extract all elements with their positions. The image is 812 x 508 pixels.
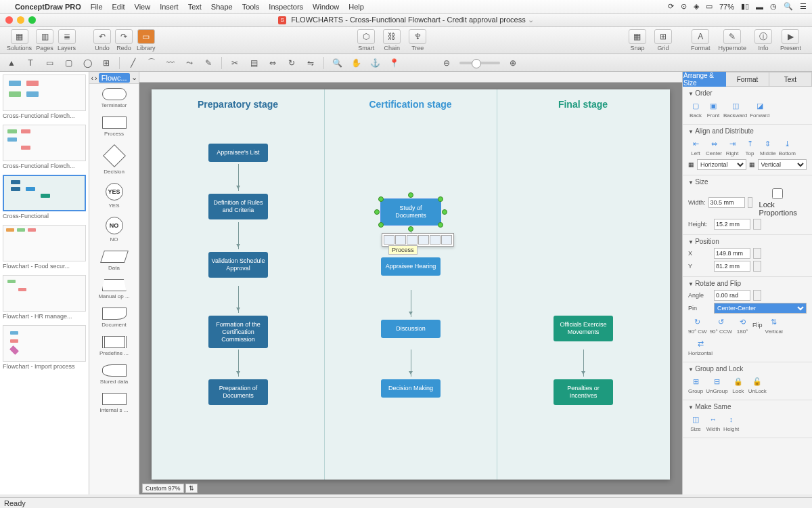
zoom-in-icon[interactable]: 🔍 bbox=[331, 57, 343, 69]
section-header[interactable]: Align and Distribute bbox=[688, 127, 807, 135]
redo-button[interactable]: ↷ bbox=[115, 29, 133, 44]
library-header[interactable]: ‹›Flowc...⌄ bbox=[89, 72, 139, 84]
y-stepper[interactable] bbox=[753, 261, 761, 272]
snap-button[interactable]: ▦ bbox=[629, 29, 646, 44]
chain-button[interactable]: ⛓ bbox=[383, 29, 401, 44]
library-shape[interactable]: Data bbox=[89, 247, 139, 275]
lock-proportions-checkbox[interactable] bbox=[759, 188, 796, 199]
rotate-180-button[interactable]: ⟲180° bbox=[735, 316, 750, 335]
makesame-size-button[interactable]: ◫Size bbox=[688, 413, 703, 432]
select-tool[interactable]: ▲ bbox=[5, 57, 18, 69]
line-tool[interactable]: ╱ bbox=[127, 57, 139, 69]
resize-handle[interactable] bbox=[378, 196, 384, 202]
order-front-button[interactable]: ▣Front bbox=[706, 100, 721, 119]
minimize-button[interactable] bbox=[17, 16, 24, 24]
pages-button[interactable]: ▥ bbox=[36, 29, 53, 44]
rotate-cw-button[interactable]: ↻90° CW bbox=[688, 316, 707, 335]
connector[interactable] bbox=[238, 286, 239, 313]
menu-view[interactable]: View bbox=[135, 3, 151, 11]
flowchart-node[interactable]: Validation Schedule Approval bbox=[208, 252, 268, 278]
menu-insert[interactable]: Insert bbox=[160, 3, 179, 11]
library-shape[interactable]: Document bbox=[89, 303, 139, 332]
battery-percent[interactable]: 77% bbox=[719, 3, 734, 11]
clock-icon[interactable]: ◷ bbox=[770, 2, 777, 11]
ungroup-button[interactable]: ⊟UnGroup bbox=[706, 375, 727, 394]
pin-select[interactable]: Center-Center bbox=[714, 303, 807, 314]
template-item-selected[interactable]: Cross-Functional bbox=[3, 175, 86, 219]
table-tool[interactable]: ⊞ bbox=[100, 57, 112, 69]
section-header[interactable]: Rotate and Flip bbox=[688, 280, 807, 287]
height-stepper[interactable] bbox=[753, 219, 761, 230]
align-middle-button[interactable]: ⇕Middle bbox=[760, 137, 776, 156]
wifi-icon[interactable]: ⊙ bbox=[681, 2, 687, 11]
undo-button[interactable]: ↶ bbox=[93, 29, 111, 44]
display-icon[interactable]: ▭ bbox=[706, 2, 713, 11]
makesame-height-button[interactable]: ↕Height bbox=[723, 413, 739, 432]
connector[interactable] bbox=[238, 222, 239, 249]
order-backward-button[interactable]: ◫Backward bbox=[723, 100, 747, 119]
crop-tool[interactable]: ✂ bbox=[229, 57, 241, 69]
tree-button[interactable]: ♆ bbox=[409, 29, 426, 44]
order-back-button[interactable]: ▢Back bbox=[688, 100, 703, 119]
anchor-tool[interactable]: ⚓ bbox=[369, 57, 381, 69]
library-shape[interactable]: YESYES bbox=[89, 179, 139, 213]
menu-file[interactable]: File bbox=[91, 3, 103, 11]
ellipse-tool[interactable]: ◯ bbox=[81, 57, 93, 69]
section-header[interactable]: Make Same bbox=[688, 403, 807, 410]
present-button[interactable]: ▶ bbox=[782, 29, 799, 44]
hypernote-button[interactable]: ✎ bbox=[723, 29, 741, 44]
flag-icon[interactable]: ▬ bbox=[756, 3, 763, 11]
flowchart-node[interactable]: Penalties or Incentives bbox=[554, 379, 613, 405]
flowchart-node[interactable]: Appraisee's List bbox=[208, 144, 268, 162]
height-input[interactable] bbox=[714, 219, 750, 230]
connector[interactable] bbox=[238, 350, 239, 377]
flowchart-node[interactable]: Definition of Rules and Criteria bbox=[208, 194, 268, 219]
zoom-button[interactable] bbox=[28, 16, 36, 24]
flip-tool[interactable]: ⇋ bbox=[304, 57, 317, 69]
align-center-button[interactable]: ⇔Center bbox=[706, 137, 722, 156]
resize-handle[interactable] bbox=[442, 209, 447, 215]
rotate-ccw-button[interactable]: ↺90° CCW bbox=[710, 316, 732, 335]
zoom-stepper[interactable]: ⇅ bbox=[185, 484, 198, 493]
library-shape[interactable]: Process bbox=[89, 112, 139, 141]
library-button[interactable]: ▭ bbox=[137, 29, 155, 44]
flowchart-node[interactable]: Officials Exercise Movements bbox=[554, 316, 613, 341]
connector[interactable] bbox=[411, 350, 411, 377]
resize-handle[interactable] bbox=[438, 196, 443, 202]
zoom-out-icon[interactable]: ⊖ bbox=[441, 57, 453, 69]
resize-handle[interactable] bbox=[378, 222, 384, 228]
menu-help[interactable]: Help bbox=[348, 3, 364, 11]
shape-mini-toolbar[interactable] bbox=[382, 233, 454, 247]
template-item[interactable]: Cross-Functional Flowch... bbox=[3, 125, 86, 169]
app-name[interactable]: ConceptDraw PRO bbox=[15, 3, 81, 11]
layers-button[interactable]: ≣ bbox=[58, 29, 76, 44]
align-tool[interactable]: ▤ bbox=[248, 57, 260, 69]
template-item[interactable]: Flowchart - HR manage... bbox=[3, 275, 86, 320]
library-shape[interactable]: Stored data bbox=[89, 360, 139, 389]
library-shape[interactable]: Terminator bbox=[89, 84, 139, 112]
library-shape[interactable]: Predefine ... bbox=[89, 332, 139, 360]
smart-button[interactable]: ⬡ bbox=[357, 29, 375, 44]
rotate-tool[interactable]: ↻ bbox=[286, 57, 298, 69]
hand-tool[interactable]: ✋ bbox=[350, 57, 362, 69]
flowchart-node[interactable]: Appraisee Hearing bbox=[381, 257, 441, 276]
align-bottom-button[interactable]: ⤓Bottom bbox=[779, 137, 796, 156]
distribute-tool[interactable]: ⇔ bbox=[267, 57, 279, 69]
airplay-icon[interactable]: ◈ bbox=[694, 2, 699, 11]
connector[interactable] bbox=[238, 164, 239, 191]
flowchart-node-selected[interactable]: Study of Documents bbox=[381, 199, 441, 225]
template-item[interactable]: Flowchart - Food secur... bbox=[3, 225, 86, 270]
menu-edit[interactable]: Edit bbox=[112, 3, 125, 11]
flowchart-node[interactable]: Decision Making bbox=[381, 379, 441, 398]
resize-handle[interactable] bbox=[374, 209, 380, 215]
pen-tool[interactable]: ✎ bbox=[202, 57, 215, 69]
angle-stepper[interactable] bbox=[753, 290, 761, 301]
format-button[interactable]: A bbox=[692, 29, 709, 44]
makesame-width-button[interactable]: ↔Width bbox=[706, 413, 721, 432]
connector[interactable] bbox=[583, 350, 584, 377]
align-left-button[interactable]: ⇤Left bbox=[688, 137, 703, 156]
section-header[interactable]: Order bbox=[688, 89, 807, 97]
section-header[interactable]: Position bbox=[688, 238, 807, 245]
text-tool[interactable]: T bbox=[24, 57, 37, 69]
menu-shape[interactable]: Shape bbox=[211, 3, 233, 11]
